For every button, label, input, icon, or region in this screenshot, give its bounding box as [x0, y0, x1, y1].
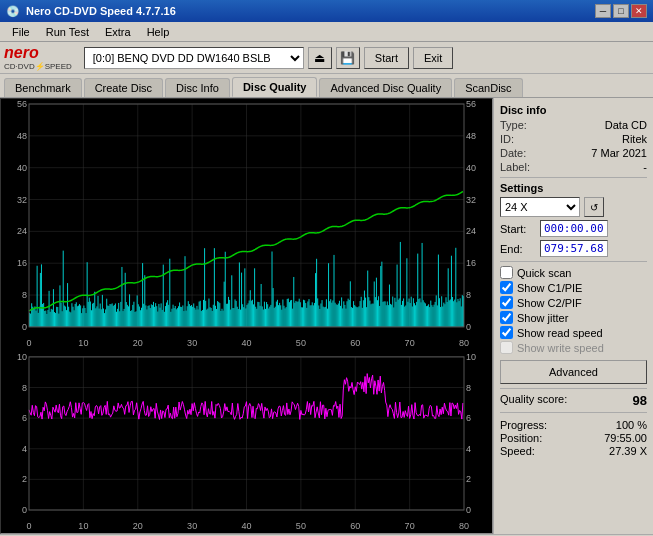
disc-date-row: Date: 7 Mar 2021 [500, 147, 647, 159]
position-row: Position: 79:55.00 [500, 432, 647, 444]
main-content: Disc info Type: Data CD ID: Ritek Date: … [0, 98, 653, 534]
show-c1pie-checkbox[interactable] [500, 281, 513, 294]
close-button[interactable]: ✕ [631, 4, 647, 18]
disc-label-row: Label: - [500, 161, 647, 173]
disc-id-label: ID: [500, 133, 514, 145]
logo-nero: nero [4, 44, 72, 62]
show-jitter-checkbox[interactable] [500, 311, 513, 324]
end-time-value: 079:57.68 [540, 240, 608, 257]
disc-type-row: Type: Data CD [500, 119, 647, 131]
refresh-button[interactable]: ↺ [584, 197, 604, 217]
disc-date-value: 7 Mar 2021 [591, 147, 647, 159]
show-read-speed-checkbox[interactable] [500, 326, 513, 339]
disc-info-title: Disc info [500, 104, 647, 116]
eject-button[interactable]: ⏏ [308, 47, 332, 69]
app-title: Nero CD-DVD Speed 4.7.7.16 [26, 5, 176, 17]
speed-progress-label: Speed: [500, 445, 535, 457]
disc-label-label: Label: [500, 161, 530, 173]
tab-create-disc[interactable]: Create Disc [84, 78, 163, 97]
quick-scan-row: Quick scan [500, 266, 647, 279]
show-jitter-row: Show jitter [500, 311, 647, 324]
menu-bar: File Run Test Extra Help [0, 22, 653, 42]
title-bar: 💿 Nero CD-DVD Speed 4.7.7.16 ─ □ ✕ [0, 0, 653, 22]
show-read-speed-label: Show read speed [517, 327, 603, 339]
quality-score-row: Quality score: 98 [500, 393, 647, 408]
show-c1pie-label: Show C1/PIE [517, 282, 582, 294]
show-jitter-label: Show jitter [517, 312, 568, 324]
settings-title: Settings [500, 182, 647, 194]
disc-label-value: - [643, 161, 647, 173]
advanced-button[interactable]: Advanced [500, 360, 647, 384]
tab-benchmark[interactable]: Benchmark [4, 78, 82, 97]
show-write-speed-label: Show write speed [517, 342, 604, 354]
disc-type-label: Type: [500, 119, 527, 131]
toolbar: nero CD·DVD⚡SPEED [0:0] BENQ DVD DD DW16… [0, 42, 653, 74]
maximize-button[interactable]: □ [613, 4, 629, 18]
disc-id-value: Ritek [622, 133, 647, 145]
disc-id-row: ID: Ritek [500, 133, 647, 145]
start-time-label: Start: [500, 223, 540, 235]
logo-cdspeed: CD·DVD⚡SPEED [4, 62, 72, 71]
disc-date-label: Date: [500, 147, 526, 159]
show-write-speed-row: Show write speed [500, 341, 647, 354]
logo: nero CD·DVD⚡SPEED [4, 44, 72, 71]
menu-run-test[interactable]: Run Test [38, 24, 97, 40]
quality-score-value: 98 [633, 393, 647, 408]
quick-scan-checkbox[interactable] [500, 266, 513, 279]
show-c2pif-row: Show C2/PIF [500, 296, 647, 309]
progress-value: 100 % [616, 419, 647, 431]
divider-3 [500, 388, 647, 389]
tab-disc-info[interactable]: Disc Info [165, 78, 230, 97]
start-time-value: 000:00.00 [540, 220, 608, 237]
app-icon: 💿 [6, 5, 20, 18]
end-time-row: End: 079:57.68 [500, 240, 647, 257]
show-write-speed-checkbox [500, 341, 513, 354]
right-panel: Disc info Type: Data CD ID: Ritek Date: … [493, 98, 653, 534]
minimize-button[interactable]: ─ [595, 4, 611, 18]
position-value: 79:55.00 [604, 432, 647, 444]
divider-1 [500, 177, 647, 178]
tab-disc-quality[interactable]: Disc Quality [232, 77, 318, 97]
tab-scan-disc[interactable]: ScanDisc [454, 78, 522, 97]
position-label: Position: [500, 432, 542, 444]
progress-label: Progress: [500, 419, 547, 431]
end-time-label: End: [500, 243, 540, 255]
menu-help[interactable]: Help [139, 24, 178, 40]
save-button[interactable]: 💾 [336, 47, 360, 69]
chart-canvas [1, 99, 493, 534]
progress-row: Progress: 100 % [500, 419, 647, 431]
start-time-row: Start: 000:00.00 [500, 220, 647, 237]
show-c2pif-checkbox[interactable] [500, 296, 513, 309]
chart-area [0, 98, 493, 534]
speed-progress-value: 27.39 X [609, 445, 647, 457]
tabs-bar: Benchmark Create Disc Disc Info Disc Qua… [0, 74, 653, 98]
show-c1pie-row: Show C1/PIE [500, 281, 647, 294]
divider-2 [500, 261, 647, 262]
start-button[interactable]: Start [364, 47, 409, 69]
quick-scan-label: Quick scan [517, 267, 571, 279]
show-read-speed-row: Show read speed [500, 326, 647, 339]
quality-score-label: Quality score: [500, 393, 567, 408]
speed-row: 24 X Maximum 4 X 8 X 16 X 32 X 40 X 48 X… [500, 197, 647, 217]
menu-file[interactable]: File [4, 24, 38, 40]
speed-select[interactable]: 24 X Maximum 4 X 8 X 16 X 32 X 40 X 48 X [500, 197, 580, 217]
menu-extra[interactable]: Extra [97, 24, 139, 40]
tab-advanced-disc-quality[interactable]: Advanced Disc Quality [319, 78, 452, 97]
divider-4 [500, 412, 647, 413]
progress-section: Progress: 100 % Position: 79:55.00 Speed… [500, 419, 647, 457]
disc-type-value: Data CD [605, 119, 647, 131]
speed-progress-row: Speed: 27.39 X [500, 445, 647, 457]
drive-select[interactable]: [0:0] BENQ DVD DD DW1640 BSLB [84, 47, 304, 69]
exit-button[interactable]: Exit [413, 47, 453, 69]
show-c2pif-label: Show C2/PIF [517, 297, 582, 309]
